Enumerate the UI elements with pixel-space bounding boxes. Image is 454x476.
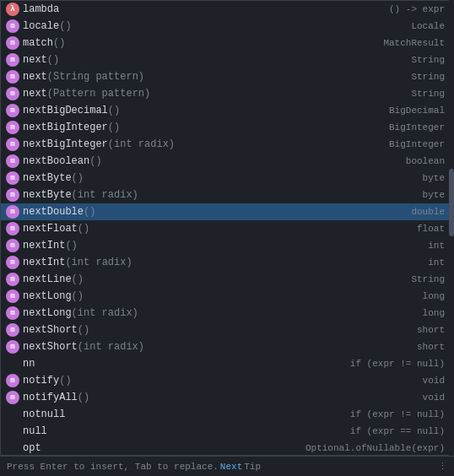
method-icon: m [6,87,19,100]
item-name: next(String pattern) [23,71,144,83]
method-icon: m [6,205,19,219]
list-item[interactable]: mnext(Pattern pattern)String [1,85,453,102]
list-item[interactable]: mnextDouble()double [1,203,453,220]
item-name: match() [23,37,65,49]
completion-list[interactable]: λlambda() -> exprmlocale()Localemmatch()… [0,0,454,456]
item-return-type: BigDecimal [389,105,448,116]
item-name: nextFloat() [23,223,89,235]
method-icon: m [6,138,19,151]
item-name: nextShort(int radix) [23,341,144,353]
item-name: nextByte(int radix) [23,189,138,201]
list-item[interactable]: mnextLong(int radix)long [1,305,453,322]
scrollbar-track [449,0,454,456]
list-item[interactable]: mnextLong()long [1,288,453,305]
item-return-type: String [411,55,448,65]
completion-popup: λlambda() -> exprmlocale()Localemmatch()… [0,0,454,476]
item-name: nextBoolean() [23,155,102,167]
item-name: locale() [23,20,72,32]
item-name: next(Pattern pattern) [23,88,150,100]
list-item[interactable]: mnextFloat()float [1,220,453,237]
item-return-type: Locale [411,21,448,31]
status-prefix: Press Enter to insert, Tab to replace. [7,462,219,472]
method-icon: m [6,222,19,235]
list-item[interactable]: notnullif (expr != null) [1,406,453,423]
item-return-type: int [428,241,448,251]
method-icon: m [6,323,19,337]
next-link[interactable]: Next [220,462,242,472]
item-name: nextLong(int radix) [23,307,138,319]
item-return-type: byte [423,173,448,183]
keyword-icon [6,425,19,438]
method-icon: m [6,391,19,404]
list-item[interactable]: nnif (expr != null) [1,355,453,372]
item-name: opt [23,442,41,454]
method-icon: m [6,289,19,303]
method-icon: m [6,188,19,202]
list-item[interactable]: mnextShort()short [1,322,453,338]
list-item[interactable]: mnextBoolean()boolean [1,153,453,170]
item-name: nextLine() [23,273,84,285]
tip-text: Tip [244,462,261,472]
item-return-type: String [411,89,448,99]
item-return-type: Optional.ofNullable(expr) [305,443,448,453]
list-item[interactable]: mnext(String pattern)String [1,68,453,85]
method-icon: m [6,36,19,50]
method-icon: m [6,256,19,269]
method-icon: m [6,70,19,84]
list-item[interactable]: mnext()String [1,51,453,68]
item-return-type: float [417,224,448,234]
list-item[interactable]: mnextInt()int [1,237,453,254]
keyword-icon [6,408,19,421]
item-name: notifyAll() [23,392,89,403]
method-icon: m [6,340,19,354]
options-icon[interactable]: ⋮ [438,461,447,472]
item-return-type: () -> expr [389,4,448,14]
method-icon: m [6,171,19,185]
item-return-type: boolean [406,156,448,166]
list-item[interactable]: mlocale()Locale [1,18,453,35]
item-name: nextDouble() [23,206,95,218]
list-item[interactable]: mnextBigDecimal()BigDecimal [1,102,453,119]
list-item[interactable]: mnextByte(int radix)byte [1,187,453,203]
item-name: nextInt() [23,240,78,252]
item-name: nextShort() [23,324,89,336]
list-item[interactable]: mnextLine()String [1,271,453,288]
status-bar: Press Enter to insert, Tab to replace. N… [0,456,454,476]
item-return-type: byte [423,190,448,200]
list-item[interactable]: optOptional.ofNullable(expr) [1,440,453,456]
item-name: nextInt(int radix) [23,257,132,268]
list-item[interactable]: mnotifyAll()void [1,389,453,406]
list-item[interactable]: mnextBigInteger(int radix)BigInteger [1,136,453,153]
item-name: nextLong() [23,290,84,302]
method-icon: m [6,239,19,252]
scrollbar-thumb[interactable] [449,169,454,236]
item-name: nextBigDecimal() [23,105,120,116]
item-return-type: MatchResult [383,38,448,48]
list-item[interactable]: nullif (expr == null) [1,423,453,440]
method-icon: m [6,53,19,67]
method-icon: m [6,306,19,320]
item-return-type: if (expr == null) [350,426,448,436]
list-item[interactable]: λlambda() -> expr [1,1,453,18]
item-return-type: double [411,207,448,217]
item-return-type: short [417,342,448,352]
item-name: nextBigInteger() [23,122,120,133]
list-item[interactable]: mmatch()MatchResult [1,35,453,51]
method-icon: m [6,273,19,286]
item-name: null [23,425,47,437]
item-return-type: String [411,72,448,82]
list-item[interactable]: mnextByte()byte [1,170,453,187]
item-return-type: String [411,274,448,284]
list-item[interactable]: mnextInt(int radix)int [1,254,453,271]
list-item[interactable]: mnotify()void [1,372,453,389]
item-name: notnull [23,408,65,420]
item-name: notify() [23,375,72,387]
list-item[interactable]: mnextBigInteger()BigInteger [1,119,453,136]
item-return-type: BigInteger [389,139,448,149]
item-name: lambda [23,3,59,15]
item-return-type: short [417,325,448,335]
item-return-type: void [423,392,448,403]
list-item[interactable]: mnextShort(int radix)short [1,338,453,355]
method-icon: m [6,154,19,168]
item-name: nextBigInteger(int radix) [23,138,175,150]
